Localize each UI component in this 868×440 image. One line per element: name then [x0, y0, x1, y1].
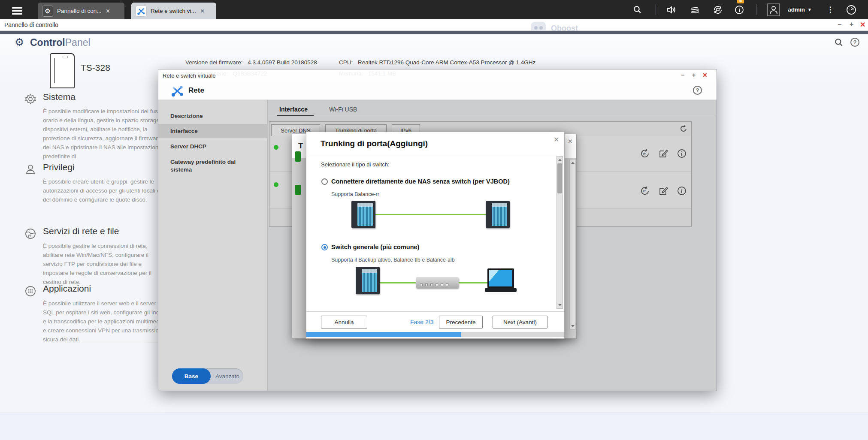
- caret-down-icon: ▼: [808, 7, 812, 12]
- menu-item-interfacce[interactable]: Interfacce: [158, 124, 268, 138]
- taskbar-tab-control-panel[interactable]: ⚙ Pannello di con... ✕: [38, 3, 124, 19]
- background-window-qboost[interactable]: Qboost: [531, 20, 673, 31]
- radio-general-switch[interactable]: [321, 244, 328, 250]
- nas-illustration: [486, 201, 510, 228]
- refresh-icon[interactable]: [679, 124, 688, 133]
- help-icon[interactable]: ?: [693, 86, 702, 95]
- more-options-icon[interactable]: ⋮: [825, 0, 836, 19]
- toggle-avanzato[interactable]: Avanzato: [212, 368, 243, 384]
- external-device-sync-icon[interactable]: [711, 0, 725, 19]
- maximize-button[interactable]: +: [850, 21, 853, 28]
- cpu-label: CPU:: [339, 59, 353, 66]
- nas-device-image: [50, 53, 75, 88]
- search-icon[interactable]: [631, 0, 644, 19]
- title-light: Panel: [65, 37, 91, 48]
- divider: [306, 311, 564, 312]
- close-icon[interactable]: ✕: [553, 136, 559, 144]
- option-label[interactable]: Switch generale (più comune): [331, 244, 419, 250]
- tab-interfacce[interactable]: Interfacce: [279, 106, 308, 113]
- scroll-up-icon[interactable]: [571, 162, 575, 164]
- status-dot-connected: [274, 145, 278, 150]
- wizard-step: Fase 2/3: [410, 319, 433, 325]
- radio-direct-nas[interactable]: [321, 178, 328, 185]
- dialog-title-bar[interactable]: [158, 69, 717, 82]
- menu-item-server-dhcp[interactable]: Server DHCP: [158, 139, 268, 154]
- applications-icon: [24, 285, 37, 298]
- search-icon[interactable]: [834, 38, 844, 47]
- scroll-down-icon[interactable]: [558, 304, 562, 306]
- close-icon[interactable]: ✕: [567, 138, 573, 145]
- previous-button[interactable]: Precedente: [439, 316, 483, 328]
- renew-ip-icon[interactable]: IP: [640, 148, 650, 159]
- connection-line: [371, 214, 495, 215]
- modal-scrollbar[interactable]: [556, 156, 563, 309]
- partial-title: T: [298, 141, 303, 151]
- mode-toggle[interactable]: Base Avanzato: [172, 368, 243, 384]
- cancel-button[interactable]: Annulla: [321, 316, 367, 328]
- scroll-up-icon[interactable]: [558, 159, 562, 161]
- username: admin: [788, 6, 805, 13]
- laptop-illustration: [485, 268, 517, 293]
- control-panel-gear-icon: ⚙: [15, 36, 24, 48]
- section-title-servizi[interactable]: Servizi di rete e file: [43, 226, 119, 236]
- nas-illustration: [356, 267, 380, 294]
- scroll-down-icon[interactable]: [571, 325, 575, 327]
- menu-item-gateway[interactable]: Gateway predefinito dal sistema: [158, 154, 257, 178]
- notifications-icon[interactable]: 5: [732, 0, 747, 19]
- section-title-applicazioni[interactable]: Applicazioni: [43, 283, 91, 294]
- background-tasks-icon[interactable]: [687, 0, 702, 19]
- edit-icon[interactable]: [658, 148, 668, 159]
- connection-line: [457, 282, 487, 283]
- main-menu-icon[interactable]: [12, 6, 22, 16]
- modal-title: Trunking di porta(Aggiungi): [321, 139, 428, 148]
- renew-ip-icon[interactable]: IP: [640, 186, 650, 196]
- notification-badge: 5: [737, 0, 744, 3]
- tab-label: Pannello di con...: [57, 8, 102, 14]
- dialog-title: Rete e switch virtuale: [163, 72, 216, 79]
- firmware-info: Versione del firmware: 4.3.4.0597 Build …: [185, 59, 317, 66]
- section-desc-sistema: È possibile modificare le impostazioni d…: [43, 107, 168, 161]
- section-title-privilegi[interactable]: Privilegi: [43, 162, 75, 172]
- scrollbar[interactable]: [569, 159, 576, 330]
- divider: [51, 343, 167, 343]
- switch-illustration: [416, 277, 459, 288]
- next-button[interactable]: Next (Avanti): [493, 316, 547, 328]
- divider: [656, 4, 656, 15]
- divider: [756, 4, 756, 15]
- edit-icon[interactable]: [658, 186, 668, 196]
- close-button[interactable]: ✕: [702, 72, 708, 78]
- maximize-button[interactable]: +: [692, 72, 696, 78]
- avatar[interactable]: [766, 0, 781, 19]
- taskbar-tab-network[interactable]: Rete e switch vi... ✕: [131, 3, 216, 19]
- network-services-icon: [24, 227, 37, 240]
- user-menu[interactable]: admin ▼: [788, 0, 812, 19]
- minimize-button[interactable]: −: [838, 21, 841, 28]
- svg-text:IP: IP: [643, 152, 646, 155]
- option-sub: Supporta Balance-rr: [331, 191, 379, 197]
- toggle-base[interactable]: Base: [172, 368, 211, 384]
- info-icon[interactable]: [677, 186, 687, 196]
- dashboard-icon[interactable]: [843, 0, 860, 19]
- system-icon: [24, 93, 37, 105]
- close-icon[interactable]: ✕: [200, 8, 205, 14]
- info-icon[interactable]: [677, 148, 687, 159]
- menu-item-descrizione[interactable]: Descrizione: [158, 109, 268, 123]
- qboost-icon: [531, 22, 546, 31]
- privileges-icon: [24, 163, 37, 176]
- qboost-title: Qboost: [551, 24, 578, 31]
- desktop-bottom: [0, 413, 868, 440]
- help-icon[interactable]: ?: [850, 38, 859, 47]
- window-title-bar[interactable]: [0, 19, 868, 31]
- cpu-info: CPU: Realtek RTD1296 Quad-Core ARM Corte…: [339, 59, 535, 66]
- qts-desktop: ⚙ Pannello di con... ✕ Rete e switch vi.…: [0, 0, 868, 440]
- option-label[interactable]: Connettere direttamente due NAS senza sw…: [331, 178, 510, 185]
- minimize-button[interactable]: −: [681, 72, 684, 78]
- close-button[interactable]: ✕: [860, 21, 865, 29]
- volume-icon[interactable]: [664, 0, 679, 19]
- tab-wifi-usb[interactable]: Wi-Fi USB: [329, 106, 357, 113]
- page-title: ControlPanel: [30, 37, 91, 48]
- scroll-thumb[interactable]: [557, 163, 562, 193]
- gear-icon: ⚙: [42, 6, 53, 17]
- section-title-sistema[interactable]: Sistema: [43, 92, 76, 102]
- close-icon[interactable]: ✕: [106, 8, 110, 14]
